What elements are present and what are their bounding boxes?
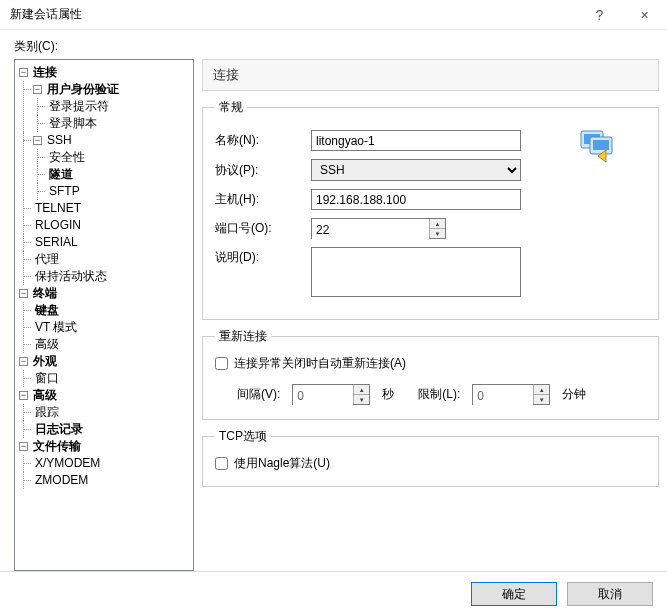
tree-connection[interactable]: 连接 — [31, 65, 59, 79]
limit-input[interactable] — [473, 385, 533, 406]
expander-icon[interactable]: − — [19, 289, 28, 298]
chevron-up-icon[interactable]: ▲ — [534, 385, 549, 395]
chevron-down-icon[interactable]: ▼ — [534, 395, 549, 404]
auto-reconnect-checkbox[interactable] — [215, 357, 228, 370]
ok-button[interactable]: 确定 — [471, 582, 557, 606]
general-group: 常规 名称(N): 协议(P): SSH — [202, 99, 659, 320]
svg-rect-3 — [593, 140, 609, 150]
expander-icon[interactable]: − — [19, 391, 28, 400]
limit-stepper[interactable]: ▲ ▼ — [472, 384, 550, 405]
chevron-up-icon[interactable]: ▲ — [354, 385, 369, 395]
category-label: 类别(C): — [0, 30, 667, 59]
tree-vtmode[interactable]: VT 模式 — [33, 320, 79, 334]
close-button[interactable]: × — [622, 0, 667, 30]
tree-window[interactable]: 窗口 — [33, 371, 61, 385]
tree-keepalive[interactable]: 保持活动状态 — [33, 269, 109, 283]
tree-serial[interactable]: SERIAL — [33, 235, 80, 249]
general-legend: 常规 — [215, 99, 247, 116]
tree-rlogin[interactable]: RLOGIN — [33, 218, 83, 232]
tree-filetransfer[interactable]: 文件传输 — [31, 439, 83, 453]
tcp-legend: TCP选项 — [215, 428, 271, 445]
tree-sftp[interactable]: SFTP — [47, 184, 82, 198]
tree-security[interactable]: 安全性 — [47, 150, 87, 164]
expander-icon[interactable]: − — [33, 85, 42, 94]
host-input[interactable] — [311, 189, 521, 210]
tree-logging[interactable]: 日志记录 — [33, 422, 85, 436]
expander-icon[interactable]: − — [33, 136, 42, 145]
terminal-icon — [576, 128, 616, 167]
tree-xymodem[interactable]: X/YMODEM — [33, 456, 102, 470]
reconnect-group: 重新连接 连接异常关闭时自动重新连接(A) 间隔(V): ▲ ▼ 秒 限制(L)… — [202, 328, 659, 420]
tree-appearance[interactable]: 外观 — [31, 354, 59, 368]
tree-advanced2[interactable]: 高级 — [31, 388, 59, 402]
expander-icon[interactable]: − — [19, 68, 28, 77]
host-label: 主机(H): — [215, 191, 301, 208]
tree-zmodem[interactable]: ZMODEM — [33, 473, 90, 487]
tree-proxy[interactable]: 代理 — [33, 252, 61, 266]
protocol-label: 协议(P): — [215, 162, 301, 179]
tree-terminal[interactable]: 终端 — [31, 286, 59, 300]
nagle-checkbox[interactable] — [215, 457, 228, 470]
title-bar: 新建会话属性 ? × — [0, 0, 667, 30]
interval-input[interactable] — [293, 385, 353, 406]
chevron-down-icon[interactable]: ▼ — [354, 395, 369, 404]
description-textarea[interactable] — [311, 247, 521, 297]
tree-loginprompt[interactable]: 登录提示符 — [47, 99, 111, 113]
chevron-up-icon[interactable]: ▲ — [430, 219, 445, 229]
expander-icon[interactable]: − — [19, 442, 28, 451]
window-title: 新建会话属性 — [10, 6, 577, 23]
limit-label: 限制(L): — [418, 386, 460, 403]
minutes-label: 分钟 — [562, 386, 586, 403]
auto-reconnect-label: 连接异常关闭时自动重新连接(A) — [234, 355, 406, 372]
port-label: 端口号(O): — [215, 220, 301, 237]
dialog-footer: 确定 取消 — [0, 571, 667, 613]
tcp-group: TCP选项 使用Nagle算法(U) — [202, 428, 659, 487]
port-stepper[interactable]: ▲ ▼ — [311, 218, 446, 239]
tree-trace[interactable]: 跟踪 — [33, 405, 61, 419]
tree-keyboard[interactable]: 键盘 — [33, 303, 61, 317]
name-input[interactable] — [311, 130, 521, 151]
seconds-label: 秒 — [382, 386, 394, 403]
nagle-label: 使用Nagle算法(U) — [234, 455, 330, 472]
tree-loginscript[interactable]: 登录脚本 — [47, 116, 99, 130]
chevron-down-icon[interactable]: ▼ — [430, 229, 445, 238]
category-tree[interactable]: −连接 −用户身份验证 登录提示符 登录脚本 −SSH 安全性 隧道 — [14, 59, 194, 571]
description-label: 说明(D): — [215, 247, 301, 266]
port-input[interactable] — [312, 219, 429, 240]
reconnect-legend: 重新连接 — [215, 328, 271, 345]
cancel-button[interactable]: 取消 — [567, 582, 653, 606]
help-button[interactable]: ? — [577, 0, 622, 30]
tree-ssh[interactable]: SSH — [45, 133, 74, 147]
protocol-select[interactable]: SSH — [311, 159, 521, 181]
page-header: 连接 — [202, 59, 659, 91]
tree-advanced[interactable]: 高级 — [33, 337, 61, 351]
interval-label: 间隔(V): — [237, 386, 280, 403]
interval-stepper[interactable]: ▲ ▼ — [292, 384, 370, 405]
tree-userauth[interactable]: 用户身份验证 — [45, 82, 121, 96]
name-label: 名称(N): — [215, 132, 301, 149]
tree-tunnel[interactable]: 隧道 — [47, 167, 75, 181]
expander-icon[interactable]: − — [19, 357, 28, 366]
tree-telnet[interactable]: TELNET — [33, 201, 83, 215]
